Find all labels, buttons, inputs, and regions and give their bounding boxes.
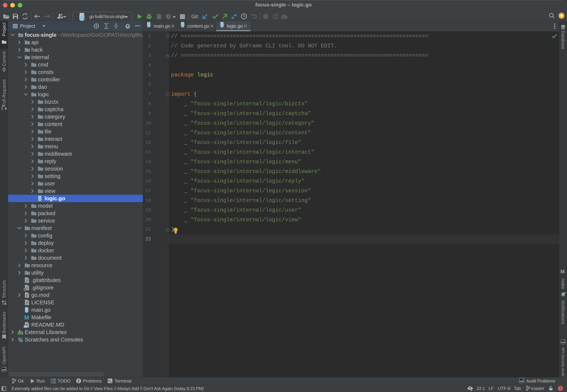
svg-text:/API: /API	[520, 380, 524, 382]
svg-text:?: ?	[469, 386, 471, 390]
svg-text:/API: /API	[561, 341, 565, 344]
svg-text:MD: MD	[24, 325, 27, 328]
svg-text:/API: /API	[2, 369, 6, 371]
